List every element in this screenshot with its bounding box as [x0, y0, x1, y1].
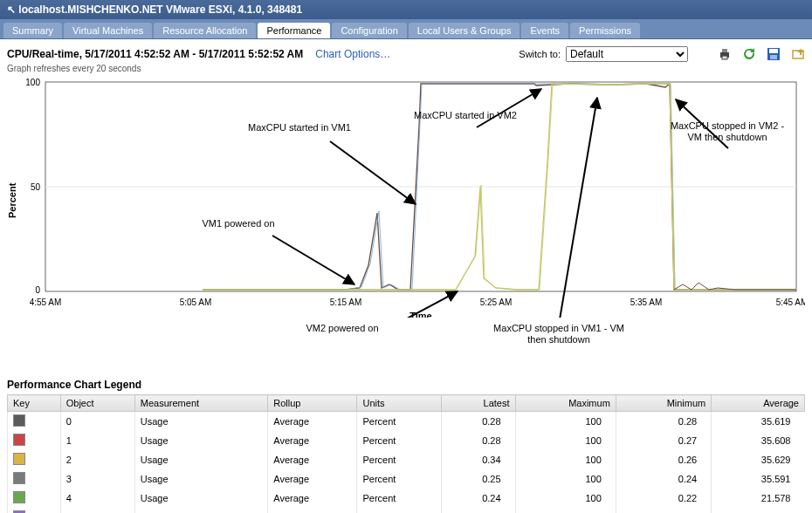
svg-text:4:55 AM: 4:55 AM — [30, 298, 62, 307]
table-row[interactable]: 4UsageAveragePercent0.241000.2221.578 — [8, 489, 805, 508]
cell-measurement: Usage — [134, 469, 267, 489]
cell-average: 35.629 — [712, 450, 805, 469]
key-swatch — [13, 491, 25, 503]
cell-units: Percent — [357, 431, 442, 450]
cell-latest: 0.34 — [442, 450, 515, 469]
switch-select[interactable]: Default — [566, 46, 688, 62]
key-swatch — [13, 472, 25, 484]
legend-col[interactable]: Object — [60, 395, 134, 412]
refresh-note: Graph refreshes every 20 seconds — [7, 64, 805, 73]
cell-maximum: 100 — [515, 469, 616, 489]
legend-col[interactable]: Key — [8, 395, 61, 412]
cell-rollup: Average — [268, 508, 357, 513]
save-icon[interactable] — [767, 47, 781, 61]
tab-summary[interactable]: Summary — [3, 23, 62, 38]
tab-local-users-groups[interactable]: Local Users & Groups — [409, 23, 520, 38]
legend-col[interactable]: Rollup — [268, 395, 357, 412]
tab-resource-allocation[interactable]: Resource Allocation — [154, 23, 256, 38]
cell-rollup: Average — [268, 431, 357, 450]
cell-average: 21.578 — [712, 489, 805, 508]
svg-line-20 — [477, 89, 541, 127]
table-row[interactable]: 1UsageAveragePercent0.281000.2735.608 — [8, 431, 805, 450]
cell-units: Percent — [357, 450, 442, 469]
svg-line-18 — [272, 236, 354, 284]
annot-stop-vm2: MaxCPU stopped in VM2 - VM then shutdown — [666, 120, 788, 143]
key-swatch — [13, 453, 25, 465]
cell-object: 0 — [60, 412, 134, 432]
annot-maxcpu-vm1: MaxCPU started in VM1 — [243, 122, 356, 133]
svg-line-22 — [557, 98, 597, 318]
cell-measurement: Usage — [134, 489, 267, 508]
switch-label: Switch to: — [519, 49, 561, 59]
tab-virtual-machines[interactable]: Virtual Machines — [64, 23, 152, 38]
chart-options-link[interactable]: Chart Options… — [315, 48, 390, 60]
cell-measurement: Usage — [134, 412, 267, 432]
cell-average: 35.591 — [712, 469, 805, 489]
table-row[interactable]: 0UsageAveragePercent0.281000.2835.619 — [8, 412, 805, 432]
cursor-icon: ↖ — [7, 3, 16, 16]
cell-units: Percent — [357, 469, 442, 489]
legend-col[interactable]: Minimum — [616, 395, 711, 412]
svg-text:5:45 AM: 5:45 AM — [776, 298, 805, 307]
tab-events[interactable]: Events — [521, 23, 568, 38]
svg-line-19 — [330, 141, 416, 204]
cell-minimum: 0.26 — [616, 450, 711, 469]
annot-vm2-powered: VM2 powered on — [290, 323, 395, 334]
legend-col[interactable]: Maximum — [515, 395, 616, 412]
cell-units: Percent — [357, 489, 442, 508]
cell-maximum: 100 — [515, 508, 616, 513]
export-icon[interactable] — [791, 47, 805, 61]
tab-configuration[interactable]: Configuration — [332, 23, 406, 38]
cell-object: 2 — [60, 450, 134, 469]
tab-performance[interactable]: Performance — [258, 23, 330, 38]
cell-average: 21.469 — [712, 508, 805, 513]
cell-measurement: Usage — [134, 431, 267, 450]
cell-rollup: Average — [268, 469, 357, 489]
cell-units: Percent — [357, 412, 442, 432]
cell-latest: 0.25 — [442, 469, 515, 489]
cell-maximum: 100 — [515, 431, 616, 450]
cell-average: 35.619 — [712, 412, 805, 432]
cell-minimum: 0.22 — [616, 489, 711, 508]
cell-maximum: 100 — [515, 412, 616, 432]
cell-minimum: 0.24 — [616, 469, 711, 489]
cell-object: 3 — [60, 469, 134, 489]
cell-maximum: 100 — [515, 450, 616, 469]
chart-title: CPU/Real-time, 5/17/2011 4:52:52 AM - 5/… — [7, 48, 303, 60]
cell-latest: 0.28 — [442, 412, 515, 432]
y-axis-label: Percent — [7, 183, 17, 218]
key-swatch — [13, 434, 25, 446]
tab-permissions[interactable]: Permissions — [570, 23, 640, 38]
cell-minimum: 0.21 — [616, 508, 711, 513]
legend-title: Performance Chart Legend — [7, 379, 805, 391]
key-swatch — [13, 414, 25, 427]
chart-area: 100 50 0 4:55 AM 5:05 AM 5:15 AM 5:25 AM… — [7, 79, 805, 323]
cell-latest: 0.24 — [442, 489, 515, 508]
svg-text:5:05 AM: 5:05 AM — [180, 298, 212, 307]
svg-text:5:15 AM: 5:15 AM — [330, 298, 362, 307]
cell-measurement: Usage — [134, 450, 267, 469]
cell-rollup: Average — [268, 450, 357, 469]
refresh-icon[interactable] — [742, 47, 756, 61]
legend-col[interactable]: Latest — [442, 395, 515, 412]
annot-vm1-powered: VM1 powered on — [190, 218, 286, 229]
legend-col[interactable]: Units — [357, 395, 442, 412]
svg-rect-1 — [722, 49, 727, 52]
svg-text:5:25 AM: 5:25 AM — [480, 298, 513, 307]
annot-stop-vm1: MaxCPU stopped in VM1 - VM then shutdown — [489, 323, 629, 345]
cell-minimum: 0.27 — [616, 431, 711, 450]
svg-text:5:35 AM: 5:35 AM — [630, 298, 663, 307]
table-row[interactable]: 5UsageAveragePercent0.251000.2121.469 — [8, 508, 805, 513]
window-title-bar: ↖ localhost.MISHCHENKO.NET VMware ESXi, … — [0, 0, 812, 19]
legend-col[interactable]: Average — [712, 395, 805, 412]
svg-text:100: 100 — [25, 79, 40, 87]
window-title: localhost.MISHCHENKO.NET VMware ESXi, 4.… — [18, 3, 302, 16]
print-icon[interactable] — [718, 47, 732, 61]
table-row[interactable]: 2UsageAveragePercent0.341000.2635.629 — [8, 450, 805, 469]
cell-average: 35.608 — [712, 431, 805, 450]
legend-col[interactable]: Measurement — [134, 395, 267, 412]
table-row[interactable]: 3UsageAveragePercent0.251000.2435.591 — [8, 469, 805, 489]
cell-maximum: 100 — [515, 489, 616, 508]
cell-object: 4 — [60, 489, 134, 508]
svg-rect-4 — [769, 49, 778, 53]
